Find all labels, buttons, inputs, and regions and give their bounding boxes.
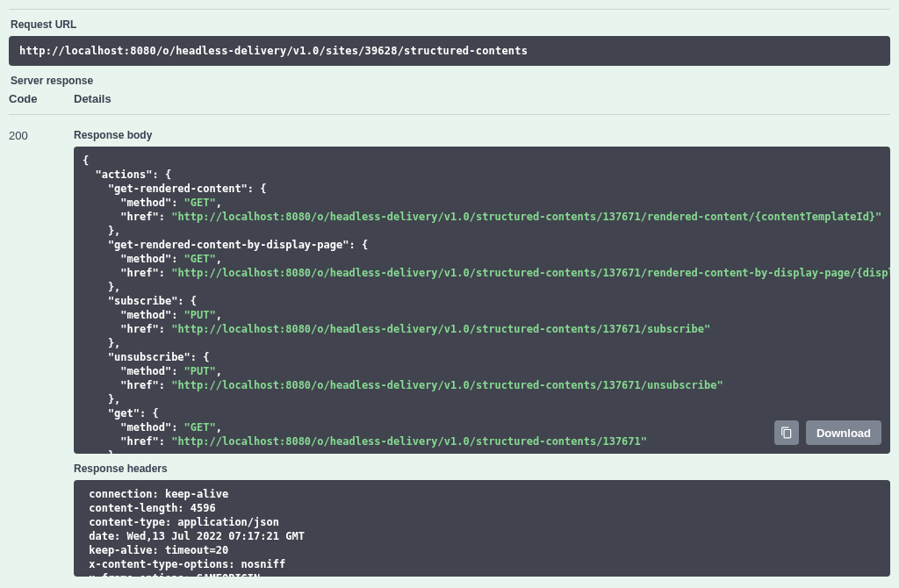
response-row: 200 Response body { "actions": { "get-re… bbox=[9, 125, 890, 577]
response-body-content: { "actions": { "get-rendered-content": {… bbox=[83, 154, 881, 454]
server-response-label: Server response bbox=[11, 75, 890, 87]
code-column-header: Code bbox=[9, 92, 74, 105]
divider bbox=[9, 9, 890, 10]
request-url-box[interactable]: http://localhost:8080/o/headless-deliver… bbox=[9, 36, 890, 66]
response-table-head: Code Details bbox=[9, 92, 890, 105]
request-url-label: Request URL bbox=[11, 18, 890, 31]
clipboard-icon bbox=[780, 427, 793, 439]
details-column-header: Details bbox=[74, 92, 111, 105]
response-code: 200 bbox=[9, 125, 74, 142]
request-url-value: http://localhost:8080/o/headless-deliver… bbox=[19, 45, 528, 57]
response-headers-content: connection: keep-alive content-length: 4… bbox=[83, 487, 881, 577]
response-headers-label: Response headers bbox=[74, 463, 890, 475]
download-button[interactable]: Download bbox=[806, 420, 881, 445]
response-body-codeblock[interactable]: { "actions": { "get-rendered-content": {… bbox=[74, 147, 890, 454]
divider bbox=[9, 114, 890, 115]
response-body-label: Response body bbox=[74, 129, 890, 141]
copy-button[interactable] bbox=[774, 420, 799, 445]
response-headers-codeblock[interactable]: connection: keep-alive content-length: 4… bbox=[74, 480, 890, 577]
